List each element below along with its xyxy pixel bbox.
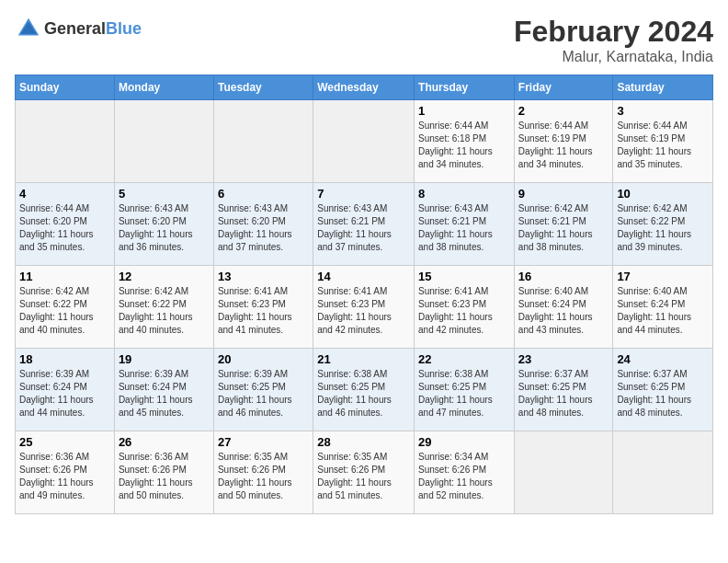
day-info: Sunrise: 6:43 AM Sunset: 6:21 PM Dayligh… (418, 202, 510, 254)
logo-text: GeneralBlue (44, 19, 142, 39)
day-info: Sunrise: 6:40 AM Sunset: 6:24 PM Dayligh… (518, 285, 609, 337)
day-number: 15 (418, 270, 510, 283)
day-info: Sunrise: 6:36 AM Sunset: 6:26 PM Dayligh… (19, 451, 110, 502)
day-header-friday: Friday (514, 75, 613, 100)
day-info: Sunrise: 6:39 AM Sunset: 6:24 PM Dayligh… (119, 368, 210, 419)
day-number: 20 (218, 352, 309, 366)
calendar-cell: 19Sunrise: 6:39 AM Sunset: 6:24 PM Dayli… (114, 349, 213, 431)
day-number: 17 (617, 270, 709, 283)
day-header-thursday: Thursday (415, 75, 515, 100)
day-number: 29 (418, 435, 510, 449)
day-info: Sunrise: 6:42 AM Sunset: 6:22 PM Dayligh… (119, 285, 210, 337)
calendar-cell: 15Sunrise: 6:41 AM Sunset: 6:23 PM Dayli… (415, 266, 515, 349)
calendar-cell: 29Sunrise: 6:34 AM Sunset: 6:26 PM Dayli… (415, 431, 515, 514)
day-number: 25 (19, 435, 110, 449)
day-info: Sunrise: 6:40 AM Sunset: 6:24 PM Dayligh… (617, 285, 709, 337)
calendar-cell: 7Sunrise: 6:43 AM Sunset: 6:21 PM Daylig… (313, 183, 415, 266)
calendar-cell: 1Sunrise: 6:44 AM Sunset: 6:18 PM Daylig… (415, 100, 515, 183)
day-number: 22 (418, 352, 510, 366)
day-header-sunday: Sunday (16, 75, 115, 100)
header: GeneralBlue February 2024 Malur, Karnata… (15, 15, 713, 65)
day-info: Sunrise: 6:44 AM Sunset: 6:20 PM Dayligh… (19, 202, 110, 254)
header-row: SundayMondayTuesdayWednesdayThursdayFrid… (16, 75, 713, 100)
calendar-cell: 23Sunrise: 6:37 AM Sunset: 6:25 PM Dayli… (514, 349, 613, 431)
day-number: 27 (218, 435, 309, 449)
day-number: 26 (119, 435, 210, 449)
day-number: 5 (119, 187, 210, 201)
day-number: 9 (518, 187, 609, 201)
day-info: Sunrise: 6:37 AM Sunset: 6:25 PM Dayligh… (518, 368, 609, 419)
calendar-cell (313, 100, 415, 183)
calendar-cell (613, 431, 713, 514)
calendar-cell: 25Sunrise: 6:36 AM Sunset: 6:26 PM Dayli… (16, 431, 115, 514)
calendar-cell: 22Sunrise: 6:38 AM Sunset: 6:25 PM Dayli… (415, 349, 515, 431)
day-info: Sunrise: 6:38 AM Sunset: 6:25 PM Dayligh… (418, 368, 510, 419)
day-number: 3 (617, 104, 709, 118)
calendar-cell: 2Sunrise: 6:44 AM Sunset: 6:19 PM Daylig… (514, 100, 613, 183)
day-info: Sunrise: 6:44 AM Sunset: 6:19 PM Dayligh… (518, 120, 609, 171)
week-row-3: 11Sunrise: 6:42 AM Sunset: 6:22 PM Dayli… (16, 266, 713, 349)
day-info: Sunrise: 6:41 AM Sunset: 6:23 PM Dayligh… (317, 285, 410, 337)
calendar-cell (114, 100, 213, 183)
calendar-cell: 27Sunrise: 6:35 AM Sunset: 6:26 PM Dayli… (213, 431, 313, 514)
page-title: February 2024 (514, 15, 713, 49)
day-info: Sunrise: 6:43 AM Sunset: 6:20 PM Dayligh… (218, 202, 309, 254)
calendar-cell: 17Sunrise: 6:40 AM Sunset: 6:24 PM Dayli… (613, 266, 713, 349)
logo-icon (15, 15, 42, 42)
calendar-cell: 18Sunrise: 6:39 AM Sunset: 6:24 PM Dayli… (16, 349, 115, 431)
day-info: Sunrise: 6:44 AM Sunset: 6:18 PM Dayligh… (418, 120, 510, 171)
day-info: Sunrise: 6:43 AM Sunset: 6:21 PM Dayligh… (317, 202, 410, 254)
day-info: Sunrise: 6:42 AM Sunset: 6:22 PM Dayligh… (617, 202, 709, 254)
calendar-cell: 26Sunrise: 6:36 AM Sunset: 6:26 PM Dayli… (114, 431, 213, 514)
calendar-header: SundayMondayTuesdayWednesdayThursdayFrid… (16, 75, 713, 100)
calendar-body: 1Sunrise: 6:44 AM Sunset: 6:18 PM Daylig… (16, 100, 713, 514)
day-info: Sunrise: 6:35 AM Sunset: 6:26 PM Dayligh… (218, 451, 309, 502)
day-info: Sunrise: 6:42 AM Sunset: 6:21 PM Dayligh… (518, 202, 609, 254)
day-info: Sunrise: 6:42 AM Sunset: 6:22 PM Dayligh… (19, 285, 110, 337)
logo: GeneralBlue (15, 15, 142, 42)
day-info: Sunrise: 6:41 AM Sunset: 6:23 PM Dayligh… (218, 285, 309, 337)
day-number: 14 (317, 270, 410, 283)
calendar-cell: 9Sunrise: 6:42 AM Sunset: 6:21 PM Daylig… (514, 183, 613, 266)
calendar-cell: 14Sunrise: 6:41 AM Sunset: 6:23 PM Dayli… (313, 266, 415, 349)
day-number: 7 (317, 187, 410, 201)
day-header-tuesday: Tuesday (213, 75, 313, 100)
calendar-cell: 24Sunrise: 6:37 AM Sunset: 6:25 PM Dayli… (613, 349, 713, 431)
day-number: 10 (617, 187, 709, 201)
day-info: Sunrise: 6:34 AM Sunset: 6:26 PM Dayligh… (418, 451, 510, 502)
calendar-cell: 21Sunrise: 6:38 AM Sunset: 6:25 PM Dayli… (313, 349, 415, 431)
week-row-4: 18Sunrise: 6:39 AM Sunset: 6:24 PM Dayli… (16, 349, 713, 431)
day-info: Sunrise: 6:44 AM Sunset: 6:19 PM Dayligh… (617, 120, 709, 171)
week-row-5: 25Sunrise: 6:36 AM Sunset: 6:26 PM Dayli… (16, 431, 713, 514)
logo-blue: Blue (106, 19, 142, 38)
calendar-table: SundayMondayTuesdayWednesdayThursdayFrid… (15, 75, 713, 514)
day-number: 24 (617, 352, 709, 366)
page-subtitle: Malur, Karnataka, India (514, 49, 713, 65)
day-number: 12 (119, 270, 210, 283)
day-number: 6 (218, 187, 309, 201)
day-info: Sunrise: 6:37 AM Sunset: 6:25 PM Dayligh… (617, 368, 709, 419)
title-area: February 2024 Malur, Karnataka, India (514, 15, 713, 65)
calendar-cell: 16Sunrise: 6:40 AM Sunset: 6:24 PM Dayli… (514, 266, 613, 349)
day-info: Sunrise: 6:35 AM Sunset: 6:26 PM Dayligh… (317, 451, 410, 502)
day-number: 13 (218, 270, 309, 283)
day-header-monday: Monday (114, 75, 213, 100)
calendar-cell: 3Sunrise: 6:44 AM Sunset: 6:19 PM Daylig… (613, 100, 713, 183)
calendar-cell: 20Sunrise: 6:39 AM Sunset: 6:25 PM Dayli… (213, 349, 313, 431)
day-number: 4 (19, 187, 110, 201)
day-number: 19 (119, 352, 210, 366)
calendar-cell: 6Sunrise: 6:43 AM Sunset: 6:20 PM Daylig… (213, 183, 313, 266)
calendar-cell: 4Sunrise: 6:44 AM Sunset: 6:20 PM Daylig… (16, 183, 115, 266)
calendar-cell (213, 100, 313, 183)
day-number: 11 (19, 270, 110, 283)
day-info: Sunrise: 6:36 AM Sunset: 6:26 PM Dayligh… (119, 451, 210, 502)
day-number: 1 (418, 104, 510, 118)
day-info: Sunrise: 6:43 AM Sunset: 6:20 PM Dayligh… (119, 202, 210, 254)
day-header-wednesday: Wednesday (313, 75, 415, 100)
calendar-cell: 10Sunrise: 6:42 AM Sunset: 6:22 PM Dayli… (613, 183, 713, 266)
calendar-cell: 11Sunrise: 6:42 AM Sunset: 6:22 PM Dayli… (16, 266, 115, 349)
day-header-saturday: Saturday (613, 75, 713, 100)
calendar-cell: 12Sunrise: 6:42 AM Sunset: 6:22 PM Dayli… (114, 266, 213, 349)
day-number: 18 (19, 352, 110, 366)
day-number: 28 (317, 435, 410, 449)
